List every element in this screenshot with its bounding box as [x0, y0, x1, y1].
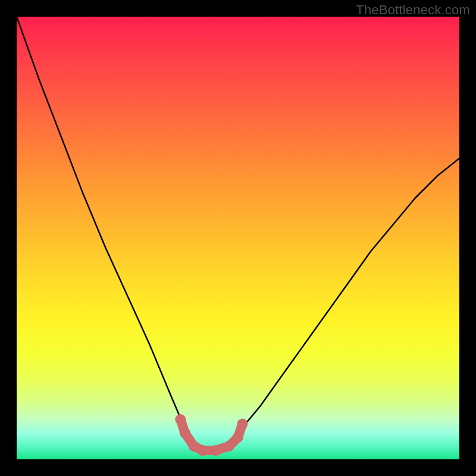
valley-marker-dot [237, 419, 248, 430]
valley-marker-dot [224, 441, 234, 452]
valley-marker-dot [180, 427, 190, 438]
valley-marker-dot [211, 445, 221, 456]
valley-marker-dots [175, 414, 248, 456]
valley-marker-dot [198, 445, 208, 456]
valley-marker-dot [233, 432, 243, 443]
valley-marker-dot [175, 414, 186, 425]
chart-frame: TheBottleneck.com [0, 0, 476, 476]
watermark-text: TheBottleneck.com [356, 2, 470, 18]
chart-svg [17, 17, 459, 459]
bottleneck-curve [17, 17, 459, 450]
plot-area [17, 17, 459, 459]
